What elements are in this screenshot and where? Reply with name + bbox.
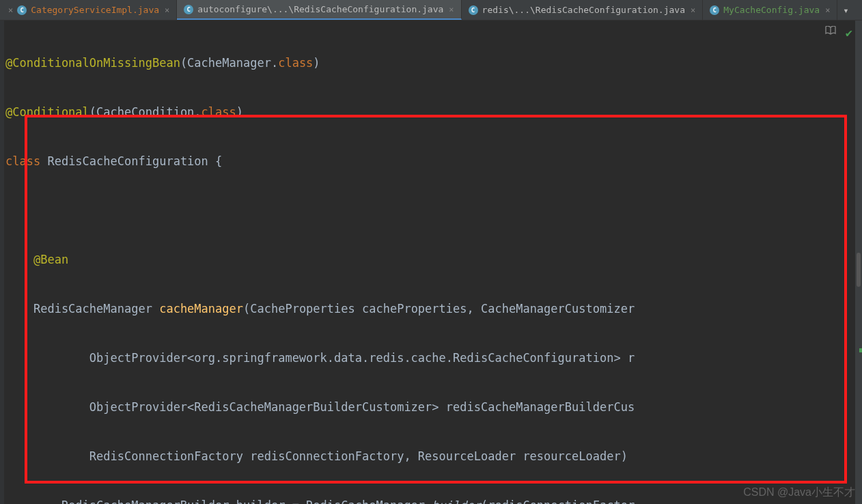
java-class-icon: C <box>710 5 719 15</box>
code-line: @ConditionalOnMissingBean(CacheManager.c… <box>5 51 862 75</box>
close-icon[interactable]: × <box>8 5 13 15</box>
error-stripe[interactable] <box>855 20 862 504</box>
tab-label: MyCacheConfig.java <box>723 5 820 15</box>
code-line: ObjectProvider<RedisCacheManagerBuilderC… <box>5 395 862 419</box>
code-line: RedisCacheManagerBuilder builder = Redis… <box>5 493 862 504</box>
close-icon[interactable]: × <box>165 5 169 15</box>
tab-my-cache-config[interactable]: C MyCacheConfig.java × <box>703 0 837 20</box>
java-class-icon: C <box>184 5 193 14</box>
tab-bar: × C CategoryServiceImpl.java × C autocon… <box>0 0 862 20</box>
code-line: @Bean <box>5 247 862 272</box>
tab-redis-cache-config[interactable]: C redis\...\RedisCacheConfiguration.java… <box>462 0 704 20</box>
close-icon[interactable]: × <box>691 5 695 15</box>
tab-label: autoconfigure\...\RedisCacheConfiguratio… <box>197 4 443 14</box>
close-icon[interactable]: × <box>825 5 830 15</box>
tab-category-service[interactable]: × C CategoryServiceImpl.java × <box>0 0 177 20</box>
code-line: RedisConnectionFactory redisConnectionFa… <box>5 444 862 468</box>
watermark: CSDN @Java小生不才 <box>743 486 855 500</box>
code-line <box>5 198 862 223</box>
java-class-icon: C <box>17 5 27 15</box>
scrollbar-thumb[interactable] <box>857 253 861 287</box>
change-marker[interactable] <box>859 348 862 352</box>
tab-label: CategoryServiceImpl.java <box>31 5 159 15</box>
tab-label: redis\...\RedisCacheConfiguration.java <box>482 5 685 15</box>
code-line: RedisCacheManager cacheManager(CacheProp… <box>5 296 862 321</box>
close-icon[interactable]: × <box>449 5 454 14</box>
code-line: ObjectProvider<org.springframework.data.… <box>5 346 862 370</box>
code-editor[interactable]: @ConditionalOnMissingBean(CacheManager.c… <box>0 20 862 504</box>
code-line: class RedisCacheConfiguration { <box>5 149 862 173</box>
code-line: @Conditional(CacheCondition.class) <box>5 100 862 124</box>
more-tabs-button[interactable]: ▾ <box>837 0 854 20</box>
java-class-icon: C <box>469 5 478 15</box>
tab-autoconfigure-redis[interactable]: C autoconfigure\...\RedisCacheConfigurat… <box>177 0 461 20</box>
